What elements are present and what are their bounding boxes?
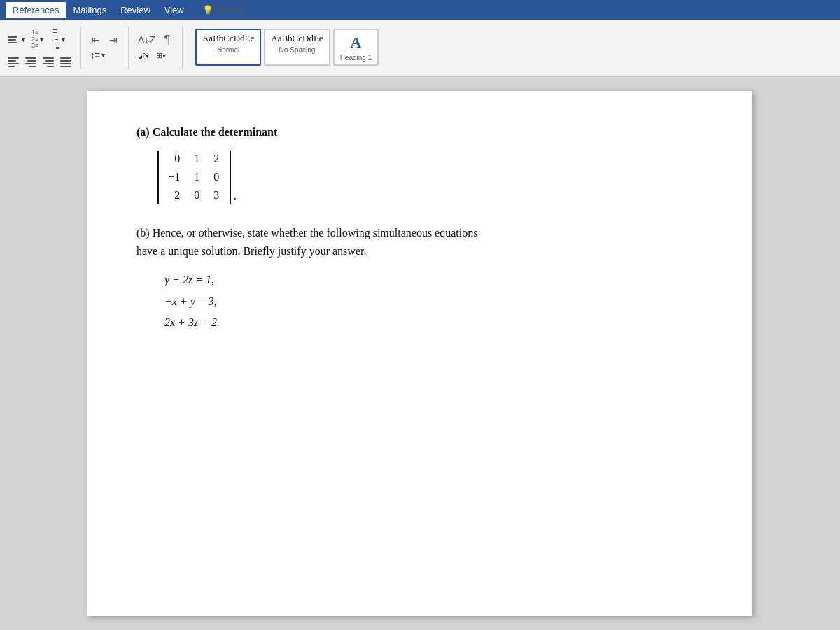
- document-area: (a) Calculate the determinant 0 1 2 −1 1…: [0, 77, 840, 630]
- line-spacing-button[interactable]: ↕≡ ▾: [88, 48, 107, 62]
- matrix-cell-2-2: 3: [204, 186, 223, 204]
- matrix-cell-2-1: 0: [184, 186, 204, 204]
- style-normal-preview: AaBbCcDdEe: [202, 33, 254, 45]
- menu-references[interactable]: References: [6, 2, 66, 18]
- equation-2: −x + y = 3,: [164, 291, 704, 312]
- equation-1: y + 2z = 1,: [164, 270, 704, 290]
- style-no-spacing[interactable]: AaBbCcDdEe No Spacing: [264, 29, 330, 66]
- matrix-cell-0-1: 1: [184, 150, 204, 168]
- matrix-dot: .: [234, 188, 237, 203]
- style-normal[interactable]: AaBbCcDdEe Normal: [195, 29, 261, 66]
- style-heading1-preview: A: [340, 33, 372, 53]
- matrix-cell-0-2: 2: [204, 150, 223, 168]
- matrix-container: 0 1 2 −1 1 0 2 0 3 .: [158, 150, 704, 204]
- matrix-cell-0-0: 0: [164, 150, 184, 168]
- align-left-button[interactable]: [6, 55, 21, 69]
- indent-group: ⇤ ⇥ ↕≡ ▾: [88, 33, 121, 62]
- style-no-spacing-preview: AaBbCcDdEe: [271, 33, 323, 45]
- ribbon-divider-1: [80, 27, 81, 69]
- matrix-left-bracket: [158, 150, 164, 204]
- document-page: (a) Calculate the determinant 0 1 2 −1 1…: [88, 91, 752, 616]
- numbered-list-button[interactable]: 1≡2≡3≡ ▾: [29, 28, 46, 52]
- section-b-line2: have a unique solution. Briefly justify …: [136, 242, 704, 260]
- section-b-line1: (b) Hence, or otherwise, state whether t…: [136, 224, 704, 242]
- equation-3: 2x + 3z = 2.: [164, 312, 704, 333]
- menu-review[interactable]: Review: [113, 2, 158, 18]
- increase-indent-button[interactable]: ⇥: [106, 33, 121, 47]
- sort-button[interactable]: A↓Z: [136, 33, 158, 47]
- align-center-button[interactable]: [23, 55, 38, 69]
- borders-button[interactable]: ⊞ ▾: [153, 49, 169, 63]
- pilcrow-icon: ¶: [164, 34, 171, 46]
- section-b: (b) Hence, or otherwise, state whether t…: [136, 224, 704, 333]
- shading-button[interactable]: 🖌 ▾: [136, 49, 151, 63]
- ribbon: ▾ 1≡2≡3≡ ▾ ≡ ≡ ≡ ▾: [0, 20, 840, 77]
- menu-view[interactable]: View: [158, 2, 191, 18]
- tell-me[interactable]: 💡 Tell me: [202, 5, 245, 15]
- styles-group: AaBbCcDdEe Normal AaBbCcDdEe No Spacing …: [195, 29, 379, 66]
- lightbulb-icon: 💡: [202, 5, 214, 15]
- bullet-list-button[interactable]: ▾: [6, 33, 27, 47]
- ribbon-divider-3: [182, 27, 183, 69]
- menu-bar: References Mailings Review View 💡 Tell m…: [0, 0, 840, 20]
- sort-pilcrow-group: A↓Z ¶ 🖌 ▾ ⊞ ▾: [136, 32, 175, 63]
- matrix-grid: 0 1 2 −1 1 0 2 0 3: [164, 150, 223, 204]
- matrix-cell-1-1: 1: [184, 168, 204, 186]
- style-heading1-name: Heading 1: [340, 54, 372, 62]
- style-no-spacing-name: No Spacing: [271, 46, 323, 54]
- align-right-button[interactable]: [41, 55, 56, 69]
- matrix-cell-1-2: 0: [204, 168, 223, 186]
- list-controls-group: ▾ 1≡2≡3≡ ▾ ≡ ≡ ≡ ▾: [6, 25, 74, 69]
- justify-button[interactable]: [58, 55, 74, 69]
- show-formatting-button[interactable]: ¶: [160, 32, 175, 48]
- ribbon-divider-2: [128, 27, 129, 69]
- section-a-label: (a) Calculate the determinant: [136, 126, 704, 139]
- menu-mailings[interactable]: Mailings: [66, 2, 113, 18]
- sort-icon: A↓Z: [138, 34, 155, 46]
- matrix-cell-2-0: 2: [164, 186, 184, 204]
- style-normal-name: Normal: [202, 46, 254, 54]
- decrease-indent-button[interactable]: ⇤: [88, 33, 104, 47]
- matrix-cell-1-0: −1: [164, 168, 184, 186]
- equations: y + 2z = 1, −x + y = 3, 2x + 3z = 2.: [164, 270, 704, 333]
- matrix-right-bracket: [223, 150, 230, 204]
- tell-me-label: Tell me: [216, 5, 245, 15]
- multilevel-list-button[interactable]: ≡ ≡ ≡ ▾: [48, 25, 66, 53]
- style-heading1[interactable]: A Heading 1: [333, 29, 379, 66]
